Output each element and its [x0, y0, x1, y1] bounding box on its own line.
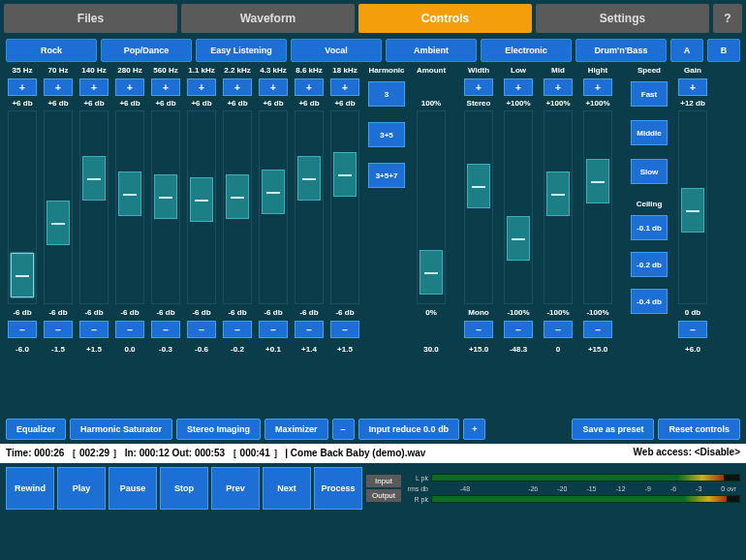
save-preset-button[interactable]: Save as preset	[572, 419, 654, 440]
preset-dnb[interactable]: Drum'n'Bass	[575, 39, 667, 62]
ab-b-button[interactable]: B	[707, 39, 740, 62]
section-harm[interactable]: Harmonic Saturator	[70, 419, 172, 440]
harmonic-opt-357[interactable]: 3+5+7	[368, 163, 405, 188]
eq-plus[interactable]: +	[151, 78, 180, 96]
eq-minus[interactable]: –	[295, 321, 324, 338]
transport-pause[interactable]: Pause	[109, 467, 157, 510]
gain-value: +6.0	[685, 345, 700, 355]
eq-bank: 35 Hz++6 db-6 db–-6.070 Hz++6 db-6 db–-1…	[6, 66, 361, 415]
rms-label: rms db	[405, 485, 428, 492]
eq-col-2: 140 Hz++6 db-6 db–+1.5	[78, 66, 110, 415]
eq-fader[interactable]	[8, 110, 37, 304]
st-minus[interactable]: –	[544, 321, 573, 338]
eq-fader[interactable]	[79, 110, 109, 304]
eq-value: +1.4	[301, 345, 317, 355]
input-label: Input	[366, 475, 401, 487]
tab-files[interactable]: Files	[4, 4, 177, 33]
st-plus[interactable]: +	[544, 78, 573, 96]
transport-rewind[interactable]: Rewind	[6, 467, 54, 510]
speed-middle[interactable]: Middle	[631, 120, 668, 145]
eq-top: +6 db	[227, 99, 247, 109]
transport-next[interactable]: Next	[263, 467, 311, 510]
reset-controls-button[interactable]: Reset controls	[658, 419, 740, 440]
harmonic-opt-35[interactable]: 3+5	[368, 122, 405, 147]
gain-minus[interactable]: –	[678, 321, 707, 338]
amount-col: Amount 100% 0% 30.0	[412, 66, 451, 415]
eq-plus[interactable]: +	[330, 78, 359, 96]
eq-minus[interactable]: –	[44, 321, 73, 338]
eq-plus[interactable]: +	[79, 78, 109, 96]
tab-controls[interactable]: Controls	[358, 4, 532, 33]
st-fader[interactable]	[504, 110, 533, 304]
ceiling-04[interactable]: -0.4 db	[631, 289, 668, 314]
eq-plus[interactable]: +	[223, 78, 252, 96]
eq-minus[interactable]: –	[8, 321, 37, 338]
transport-prev[interactable]: Prev	[211, 467, 260, 510]
gain-plus[interactable]: +	[678, 78, 707, 96]
help-button[interactable]: ?	[713, 4, 742, 33]
section-max[interactable]: Maximizer	[264, 419, 328, 440]
eq-minus[interactable]: –	[259, 321, 288, 338]
eq-minus[interactable]: –	[79, 321, 109, 338]
eq-plus[interactable]: +	[187, 78, 216, 96]
eq-fader[interactable]	[223, 110, 252, 304]
tab-settings[interactable]: Settings	[536, 4, 709, 33]
eq-plus[interactable]: +	[259, 78, 288, 96]
eq-fader[interactable]	[295, 110, 324, 304]
eq-plus[interactable]: +	[8, 78, 37, 96]
gain-fader[interactable]	[678, 110, 707, 304]
st-minus[interactable]: –	[464, 321, 493, 338]
eq-value: -0.2	[231, 345, 244, 355]
st-minus[interactable]: –	[583, 321, 612, 338]
preset-rock[interactable]: Rock	[6, 39, 97, 62]
input-reduce-plus[interactable]: +	[463, 419, 485, 440]
transport-process[interactable]: Process	[314, 467, 362, 510]
input-reduce-minus[interactable]: –	[332, 419, 355, 440]
st-fader[interactable]	[544, 110, 573, 304]
stereo-col-1: Low++100%-100%–-48.3	[500, 66, 537, 415]
eq-minus[interactable]: –	[151, 321, 180, 338]
st-plus[interactable]: +	[504, 78, 533, 96]
preset-easy[interactable]: Easy Listening	[196, 39, 287, 62]
eq-minus[interactable]: –	[223, 321, 252, 338]
st-minus[interactable]: –	[504, 321, 533, 338]
ceiling-02[interactable]: -0.2 db	[631, 252, 668, 277]
eq-plus[interactable]: +	[115, 78, 144, 96]
st-value: 0	[556, 345, 560, 355]
eq-minus[interactable]: –	[187, 321, 216, 338]
preset-ambient[interactable]: Ambient	[386, 39, 477, 62]
harmonic-opt-3[interactable]: 3	[368, 81, 405, 107]
eq-fader[interactable]	[44, 110, 73, 304]
st-plus[interactable]: +	[464, 78, 493, 96]
eq-fader[interactable]	[115, 110, 144, 304]
eq-fader[interactable]	[330, 110, 359, 304]
eq-fader[interactable]	[187, 110, 216, 304]
status-bar: Time: 000:26 ［ 002:29 ］ In: 000:12 Out: …	[0, 444, 746, 463]
ceiling-01[interactable]: -0.1 db	[631, 215, 668, 240]
st-fader[interactable]	[583, 110, 612, 304]
st-fader[interactable]	[464, 110, 493, 304]
speed-slow[interactable]: Slow	[631, 159, 668, 184]
section-stereo[interactable]: Stereo Imaging	[176, 419, 261, 440]
eq-value: -0.6	[195, 345, 208, 355]
eq-col-1: 70 Hz++6 db-6 db–-1.5	[42, 66, 75, 415]
amount-fader[interactable]	[417, 110, 446, 304]
eq-fader[interactable]	[151, 110, 180, 304]
transport-play[interactable]: Play	[57, 467, 106, 510]
eq-plus[interactable]: +	[295, 78, 324, 96]
preset-pop[interactable]: Pop/Dance	[101, 39, 192, 62]
preset-electronic[interactable]: Electronic	[481, 39, 572, 62]
tab-waveform[interactable]: Waveform	[181, 4, 355, 33]
section-eq[interactable]: Equalizer	[6, 419, 66, 440]
eq-plus[interactable]: +	[44, 78, 73, 96]
transport-stop[interactable]: Stop	[160, 467, 208, 510]
st-plus[interactable]: +	[583, 78, 612, 96]
eq-fader[interactable]	[259, 110, 288, 304]
speed-fast[interactable]: Fast	[631, 81, 668, 107]
st-label: Mid	[551, 66, 565, 76]
preset-vocal[interactable]: Vocal	[291, 39, 382, 62]
eq-minus[interactable]: –	[330, 321, 359, 338]
io-labels: Input Output	[366, 467, 401, 510]
ab-a-button[interactable]: A	[670, 39, 703, 62]
eq-minus[interactable]: –	[115, 321, 144, 338]
